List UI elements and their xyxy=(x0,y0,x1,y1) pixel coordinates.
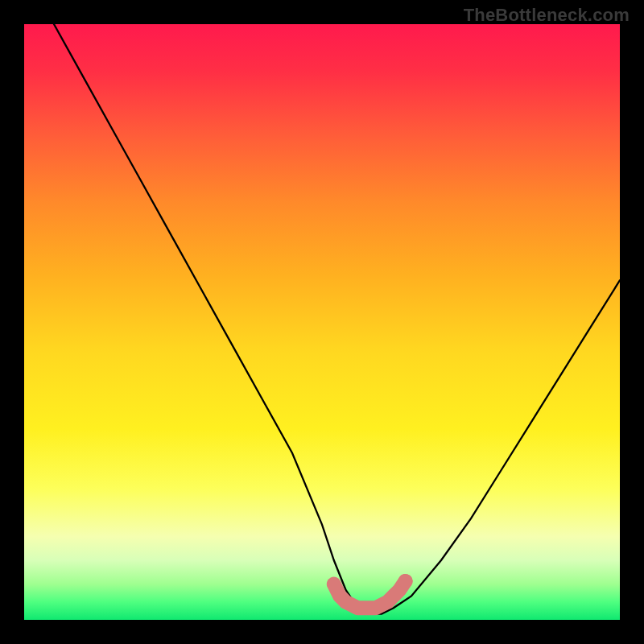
chart-frame: TheBottleneck.com xyxy=(0,0,644,644)
plot-area xyxy=(24,24,620,620)
watermark-text: TheBottleneck.com xyxy=(464,5,630,26)
curve-svg xyxy=(24,24,620,620)
svg-point-0 xyxy=(398,574,413,588)
bottleneck-curve xyxy=(54,24,620,614)
